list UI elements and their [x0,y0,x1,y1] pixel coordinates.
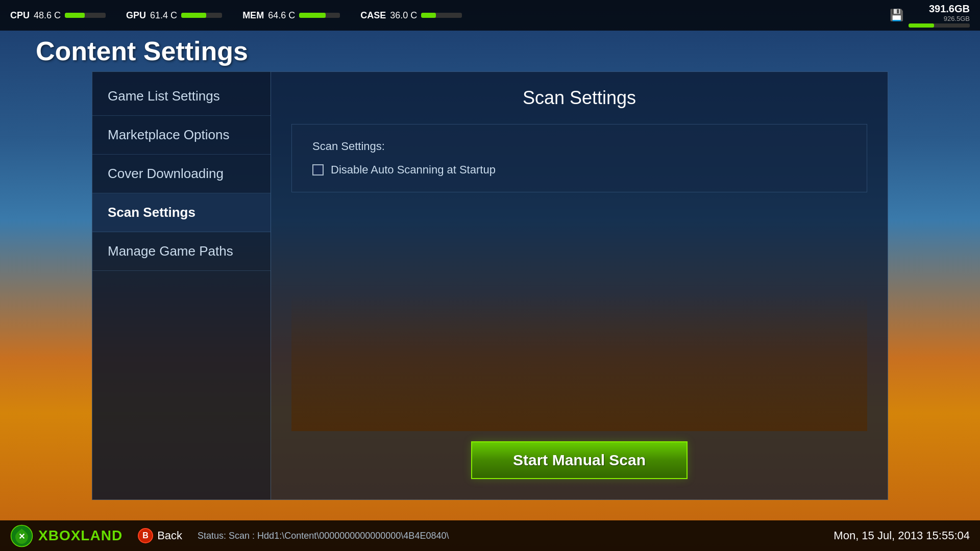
landscape-overlay [291,294,867,431]
storage-icon: 💾 [890,9,903,22]
content-panel: Scan Settings Scan Settings: Disable Aut… [271,71,888,500]
brand-label: XBOXLAND [38,528,122,544]
settings-box: Scan Settings: Disable Auto Scanning at … [291,124,867,192]
main-content: Game List Settings Marketplace Options C… [92,71,888,500]
back-button[interactable]: B Back [138,528,182,543]
settings-label: Scan Settings: [312,140,846,153]
panel-landscape [291,203,867,431]
gpu-label: GPU [126,10,146,21]
top-bar: CPU 48.6 C GPU 61.4 C MEM 64.6 C CASE 36… [0,0,980,31]
mem-value: 64.6 C [268,10,295,21]
mem-stat: MEM 64.6 C [242,10,340,21]
cpu-stat: CPU 48.6 C [10,10,106,21]
sidebar-item-manage-game-paths[interactable]: Manage Game Paths [92,232,271,271]
gpu-bar [181,13,222,18]
gpu-value: 61.4 C [150,10,177,21]
scan-button-container: Start Manual Scan [291,431,867,484]
svg-text:✕: ✕ [18,532,25,541]
case-bar [421,13,462,18]
storage-bar-fill [909,23,934,28]
xbox-logo-icon: ✕ [10,524,33,547]
sidebar-item-marketplace-options[interactable]: Marketplace Options [92,116,271,155]
mem-bar-fill [299,13,326,18]
gpu-bar-fill [181,13,206,18]
sidebar-item-scan-settings[interactable]: Scan Settings [92,193,271,232]
sidebar-item-cover-downloading[interactable]: Cover Downloading [92,155,271,193]
case-value: 36.0 C [390,10,417,21]
mem-label: MEM [242,10,264,21]
checkbox-label: Disable Auto Scanning at Startup [331,163,496,177]
cpu-label: CPU [10,10,30,21]
cpu-bar-fill [65,13,85,18]
storage-area: 💾 391.6GB 926.5GB [890,3,970,28]
sidebar: Game List Settings Marketplace Options C… [92,71,271,500]
storage-bar [909,23,970,28]
checkbox-row: Disable Auto Scanning at Startup [312,163,846,177]
b-button-icon: B [138,528,153,543]
sidebar-item-game-list-settings[interactable]: Game List Settings [92,77,271,116]
start-manual-scan-button[interactable]: Start Manual Scan [471,441,688,479]
case-bar-fill [421,13,436,18]
page-title: Content Settings [36,36,248,66]
cpu-value: 48.6 C [34,10,61,21]
back-label: Back [157,529,182,542]
disable-auto-scanning-checkbox[interactable] [312,164,324,176]
datetime: Mon, 15 Jul, 2013 15:55:04 [834,529,970,542]
storage-gb: 391.6GB [929,3,970,15]
mem-bar [299,13,340,18]
case-label: CASE [360,10,386,21]
storage-total: 926.5GB [944,15,970,22]
panel-title: Scan Settings [291,87,867,109]
bottom-bar: ✕ XBOXLAND B Back Status: Scan : Hdd1:\C… [0,520,980,551]
storage-info: 391.6GB 926.5GB [909,3,970,28]
status-text: Status: Scan : Hdd1:\Content\00000000000… [198,531,834,541]
case-stat: CASE 36.0 C [360,10,462,21]
cpu-bar [65,13,106,18]
gpu-stat: GPU 61.4 C [126,10,222,21]
